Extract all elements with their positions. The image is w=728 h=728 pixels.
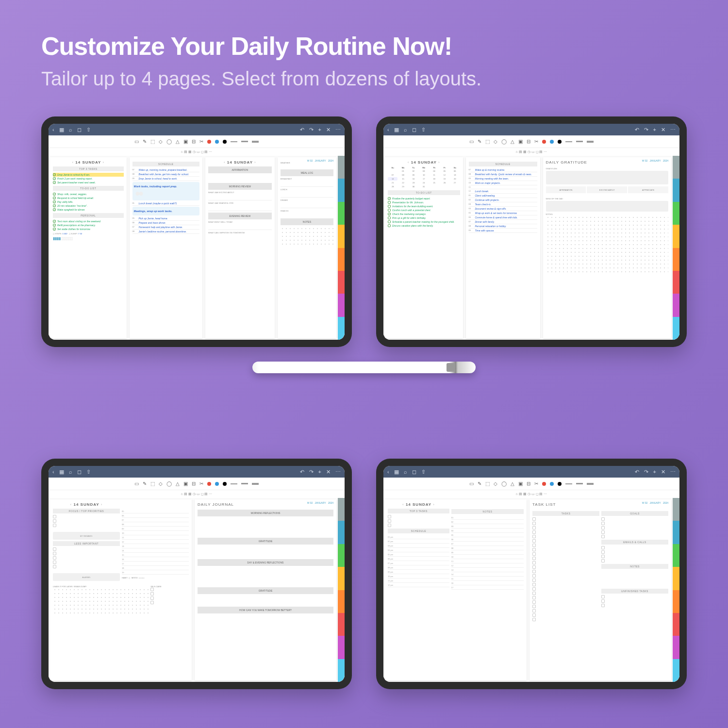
page-headline: Customize Your Daily Routine Now! [41, 32, 452, 61]
text-icon[interactable]: ✂ [199, 139, 203, 144]
lasso-icon[interactable]: ◯ [166, 139, 172, 144]
schedule-page: SCHEDULE 07Wake up, morning routine, pre… [130, 157, 202, 338]
stroke-thick[interactable] [252, 141, 259, 143]
todo-header: TO-DO LIST [388, 190, 460, 195]
left-page: ‹ 14 SUNDAY › SuMoTuWeThFrSa 01020304050… [385, 157, 463, 338]
highlighter-icon[interactable]: ⬚ [150, 139, 155, 144]
task-item[interactable]: Text mom about visiting on the weekend [53, 219, 124, 223]
nav-icons: ⌂ ▤ ▦ ◷ ▭ ◻ ▤ ⋯ [49, 148, 345, 156]
alarms-field[interactable]: ALARMS: [53, 573, 120, 581]
wins-field[interactable] [546, 201, 668, 212]
section: GRATITUDE [198, 538, 333, 545]
schedule-header: SCHEDULE [469, 162, 537, 166]
task-item[interactable]: Make spaghetti for dinner. [53, 208, 124, 212]
meal-page: W 02 JANUARY 2024 WEATHER MEAL LOG BREAK… [278, 157, 336, 338]
ipad-1: ‹ ▦ ⌕ ◻ ⇧ ↶ ↷ + ✕ ⋯ ▭ ✎ ⬚ ◇ ◯ △ ▣ ⊟ ✂ ⌂ … [41, 116, 352, 347]
top3-header: TOP 3 TASKS [53, 166, 124, 171]
color-blue[interactable] [215, 140, 219, 144]
color-black[interactable] [223, 140, 227, 144]
tab[interactable] [338, 271, 345, 294]
tab[interactable] [338, 294, 345, 316]
task-item[interactable]: Shop: milk, cereal, veggies. [53, 192, 124, 196]
reward-field[interactable]: MY REWARD: [53, 532, 120, 540]
date-header: ‹ 14 SUNDAY › [53, 160, 124, 165]
notes-area[interactable] [546, 215, 668, 274]
app-bar: ‹ ▦ ⌕ ◻ ⇧ ↶ ↷ + ✕ ⋯ [49, 124, 345, 135]
brain-dump-area[interactable] [53, 588, 149, 614]
gratitude-field[interactable] [546, 171, 668, 184]
camera-icon[interactable]: ▣ [183, 139, 188, 144]
section: HOW CAN YOU MAKE TOMORROW BETTER? [198, 607, 333, 613]
task-item[interactable]: Set aside clothes for tomorrow. [53, 227, 124, 231]
task-item[interactable]: Finish 2 pm work meeting report. [53, 177, 124, 181]
left-page: ‹ 14 SUNDAY › TOP 3 TASKS SCHEDULE 01 pm… [385, 499, 527, 680]
less-header: LESS IMPORTANT [53, 541, 120, 546]
water-tracker[interactable]: ▮▮▮▮▯▯▯▯▯▯ [53, 236, 124, 241]
left-page: ‹ 14 SUNDAY › FOCUS / TOP PRIORITIES MY … [50, 499, 192, 680]
task-item[interactable]: 20 min relaxation "me time". [53, 204, 124, 208]
unfinished-header: UNFINISHED TASKS [601, 589, 668, 594]
task-list-page: W 02 JANUARY 2024 TASK LIST TASKS GOALS … [529, 499, 671, 680]
personal-header: PERSONAL [53, 213, 124, 218]
sticker-icon [135, 189, 144, 198]
eraser-icon[interactable]: ◇ [159, 139, 163, 144]
date-header: ‹ 14 SUNDAY › [208, 160, 272, 165]
evening-review-header: EVENING REVIEW [208, 213, 272, 219]
tab[interactable] [338, 225, 345, 248]
label: WINS OF THE DAY: [546, 198, 668, 200]
label: WHAT CAN I IMPROVE ON TOMORROW [208, 232, 272, 234]
share-icon[interactable]: ⇧ [86, 127, 91, 133]
schedule-note: Meetings, wrap up work tasks. [134, 210, 198, 213]
excited-button[interactable]: EXCITED ABOUT [587, 186, 627, 193]
color-red[interactable] [207, 140, 211, 144]
section: DAY & EVENING REFLECTIONS [198, 559, 333, 566]
tab[interactable] [338, 248, 345, 271]
appreciate-button[interactable]: APPRECIATE [628, 186, 668, 193]
ipad-2: ‹▦⌕◻⇧↶↷+✕⋯ ▭✎⬚◇◯△▣⊟✂ ⌂ ▤ ▦ ◷ ▭ ◻ ▤ ⋯ ‹ 1… [376, 116, 687, 347]
select-icon[interactable]: ▭ [134, 139, 139, 144]
todo-header: TO-DO LIST [53, 186, 124, 191]
task-item[interactable]: Drop Jamie to school by 8 am. [53, 173, 124, 177]
task-item[interactable]: Pay utility bills. [53, 200, 124, 204]
search-icon[interactable]: ⌕ [69, 127, 72, 132]
back-icon[interactable]: ‹ [52, 127, 54, 132]
shapes-icon[interactable]: △ [176, 139, 180, 144]
task-item[interactable]: Set parent-teacher meet next week. [53, 181, 124, 184]
bookmark-icon[interactable]: ◻ [77, 127, 82, 133]
pen-icon[interactable]: ✎ [143, 139, 147, 144]
schedule-page: SCHEDULE 07Wake up & morning routine. 08… [466, 157, 540, 338]
emails-header: EMAILS & CALLS [601, 540, 668, 545]
steps-tracker: ◻ STEPS: 5 300 ◻ SLEEP: 7 50 [53, 232, 124, 235]
affirmation-button[interactable]: AFFIRMATION [546, 186, 586, 193]
tab[interactable] [338, 156, 345, 179]
app-bar: ‹▦⌕◻⇧↶↷+✕⋯ [383, 124, 679, 135]
planner-page-left: ‹ 14 SUNDAY › TOP 3 TASKS Drop Jamie to … [50, 157, 127, 338]
meal-log-header: MEAL LOG [281, 169, 333, 176]
grid-icon[interactable]: ▦ [59, 127, 64, 133]
affirmation-header: AFFIRMATION [208, 166, 272, 173]
top3-header: TOP 3 TASKS [388, 509, 449, 513]
gratitude-page: W 02 JANUARY 2024 DAILY GRATITUDE GRATIT… [543, 157, 671, 338]
drawing-toolbar: ▭ ✎ ⬚ ◇ ◯ △ ▣ ⊟ ✂ [49, 135, 345, 148]
ruler-icon[interactable]: ⊟ [192, 139, 196, 144]
mini-calendar[interactable]: SuMoTuWeThFrSa 010203040506 070809101112… [388, 166, 460, 188]
add-icon[interactable]: + [318, 127, 321, 132]
task-item[interactable]: Refill prescriptions at the pharmacy. [53, 223, 124, 227]
tab[interactable] [338, 179, 345, 201]
undo-icon[interactable]: ↶ [300, 127, 304, 133]
tasks-header: TASKS [532, 511, 599, 516]
stroke-med[interactable] [241, 141, 248, 142]
review-page: ‹ 14 SUNDAY › AFFIRMATION MORNING REVIEW… [205, 157, 275, 338]
task-item[interactable]: Respond to school field trip email. [53, 196, 124, 200]
ipad-4: ‹▦⌕◻⇧↶↷+✕⋯ ▭✎⬚◇◯△▣⊟✂ ⌂ ▤ ▦ ◷ ▭ ◻ ▤ ⋯ ‹ 1… [376, 459, 687, 689]
more-icon[interactable]: ⋯ [335, 127, 341, 133]
notes-area[interactable] [281, 227, 333, 246]
schedule-note: Work tasks, including report prep. [134, 185, 198, 188]
schedule-header: SCHEDULE [388, 529, 449, 533]
tab[interactable] [338, 317, 345, 340]
stroke-thin[interactable] [231, 141, 237, 142]
close-icon[interactable]: ✕ [326, 127, 331, 133]
redo-icon[interactable]: ↷ [309, 127, 314, 133]
morning-review-header: MORNING REVIEW [208, 183, 272, 190]
tab[interactable] [338, 202, 345, 225]
